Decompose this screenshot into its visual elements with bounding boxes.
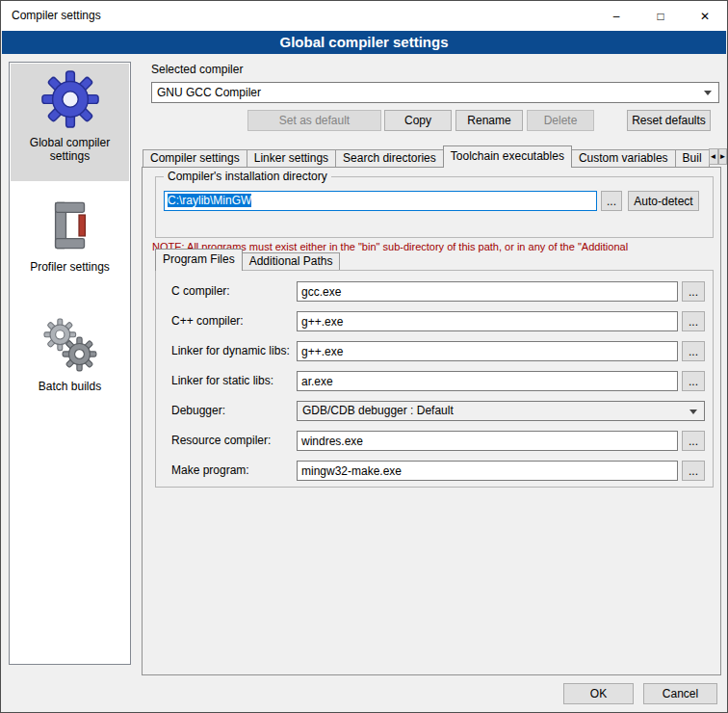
compiler-settings-dialog: Compiler settings – □ ✕ Global compiler … bbox=[0, 0, 728, 713]
titlebar: Compiler settings – □ ✕ bbox=[1, 1, 727, 31]
groupbox-title: Compiler's installation directory bbox=[164, 170, 331, 183]
chevron-down-icon bbox=[704, 91, 712, 95]
field-label: Make program: bbox=[171, 461, 249, 481]
tab-scroll-right-button[interactable]: ► bbox=[718, 148, 728, 165]
subtab-additional-paths[interactable]: Additional Paths bbox=[242, 252, 341, 270]
sidebar-item-label: Profiler settings bbox=[26, 260, 114, 274]
close-button[interactable]: ✕ bbox=[683, 1, 727, 31]
toolchain-executables-panel: Compiler's installation directory C:\ray… bbox=[142, 167, 721, 675]
tab-linker-settings[interactable]: Linker settings bbox=[247, 149, 336, 167]
installation-directory-value: C:\raylib\MinGW bbox=[168, 194, 251, 207]
sidebar-item-label: Batch builds bbox=[35, 380, 105, 393]
field-label: Linker for static libs: bbox=[171, 371, 273, 391]
settings-category-sidebar: Global compiler settings Profiler settin… bbox=[9, 62, 131, 665]
tab-scroll-left-button[interactable]: ◄ bbox=[709, 148, 718, 165]
browse-button[interactable]: ... bbox=[682, 431, 705, 451]
field-row-dynamic-linker: Linker for dynamic libs: ... bbox=[156, 341, 713, 361]
subtab-program-files[interactable]: Program Files bbox=[155, 249, 243, 271]
static-libs-linker-input[interactable] bbox=[297, 371, 678, 391]
field-label: C++ compiler: bbox=[171, 311, 244, 331]
reset-defaults-button[interactable]: Reset defaults bbox=[627, 110, 711, 131]
browse-button[interactable]: ... bbox=[682, 461, 705, 481]
field-row-c-compiler: C compiler: ... bbox=[156, 281, 713, 302]
selected-compiler-label: Selected compiler bbox=[151, 63, 243, 76]
browse-button[interactable]: ... bbox=[682, 341, 705, 361]
resource-compiler-input[interactable] bbox=[297, 431, 678, 451]
sidebar-item-global-compiler-settings[interactable]: Global compiler settings bbox=[11, 64, 129, 181]
field-label: Linker for dynamic libs: bbox=[171, 341, 290, 361]
ok-button[interactable]: OK bbox=[563, 683, 634, 704]
gray-gears-icon bbox=[42, 317, 98, 376]
field-label: Resource compiler: bbox=[171, 431, 271, 451]
field-row-cpp-compiler: C++ compiler: ... bbox=[156, 311, 713, 331]
cpp-compiler-input[interactable] bbox=[297, 311, 678, 331]
settings-tabstrip: Compiler settings Linker settings Search… bbox=[143, 145, 721, 168]
debugger-value: GDB/CDB debugger : Default bbox=[302, 404, 454, 417]
tab-custom-variables[interactable]: Custom variables bbox=[571, 149, 676, 167]
profiler-clamp-icon bbox=[42, 198, 98, 256]
minimize-button[interactable]: – bbox=[594, 1, 638, 31]
browse-button[interactable]: ... bbox=[682, 371, 705, 391]
copy-button[interactable]: Copy bbox=[384, 110, 452, 131]
rename-button[interactable]: Rename bbox=[455, 110, 523, 131]
installation-directory-input[interactable]: C:\raylib\MinGW bbox=[164, 191, 597, 211]
field-row-make-program: Make program: ... bbox=[156, 461, 713, 481]
auto-detect-button[interactable]: Auto-detect bbox=[628, 191, 699, 211]
c-compiler-input[interactable] bbox=[297, 281, 678, 302]
cancel-button[interactable]: Cancel bbox=[643, 683, 717, 704]
page-title: Global compiler settings bbox=[2, 31, 726, 54]
delete-button: Delete bbox=[527, 110, 594, 131]
tab-search-directories[interactable]: Search directories bbox=[335, 149, 444, 167]
program-files-tabstrip: Program Files Additional Paths bbox=[155, 249, 339, 271]
selected-compiler-select[interactable]: GNU GCC Compiler bbox=[151, 82, 719, 103]
browse-button[interactable]: ... bbox=[682, 311, 705, 331]
set-as-default-button: Set as default bbox=[247, 110, 381, 131]
sidebar-item-batch-builds[interactable]: Batch builds bbox=[11, 311, 129, 417]
blue-gear-icon bbox=[40, 69, 100, 132]
dynamic-libs-linker-input[interactable] bbox=[297, 341, 678, 361]
debugger-select[interactable]: GDB/CDB debugger : Default bbox=[297, 401, 705, 421]
field-row-resource-compiler: Resource compiler: ... bbox=[156, 431, 713, 451]
maximize-button[interactable]: □ bbox=[638, 1, 683, 31]
field-label: Debugger: bbox=[171, 401, 225, 421]
chevron-down-icon bbox=[689, 409, 697, 414]
installation-directory-browse-button[interactable]: ... bbox=[601, 191, 622, 211]
tab-build-options-truncated[interactable]: Buil bbox=[675, 149, 710, 167]
make-program-input[interactable] bbox=[297, 461, 678, 481]
tab-toolchain-executables[interactable]: Toolchain executables bbox=[443, 145, 572, 168]
program-files-panel: C compiler: ... C++ compiler: ... Linker… bbox=[155, 270, 714, 488]
installation-directory-groupbox: Compiler's installation directory C:\ray… bbox=[155, 176, 714, 238]
tab-compiler-settings[interactable]: Compiler settings bbox=[143, 149, 247, 167]
browse-button[interactable]: ... bbox=[682, 281, 705, 302]
sidebar-item-label: Global compiler settings bbox=[11, 136, 129, 163]
field-row-static-linker: Linker for static libs: ... bbox=[156, 371, 713, 391]
sidebar-item-profiler-settings[interactable]: Profiler settings bbox=[11, 192, 129, 298]
selected-compiler-value: GNU GCC Compiler bbox=[157, 86, 261, 99]
field-label: C compiler: bbox=[171, 281, 230, 302]
window-title: Compiler settings bbox=[12, 1, 101, 31]
field-row-debugger: Debugger: GDB/CDB debugger : Default bbox=[156, 401, 713, 421]
